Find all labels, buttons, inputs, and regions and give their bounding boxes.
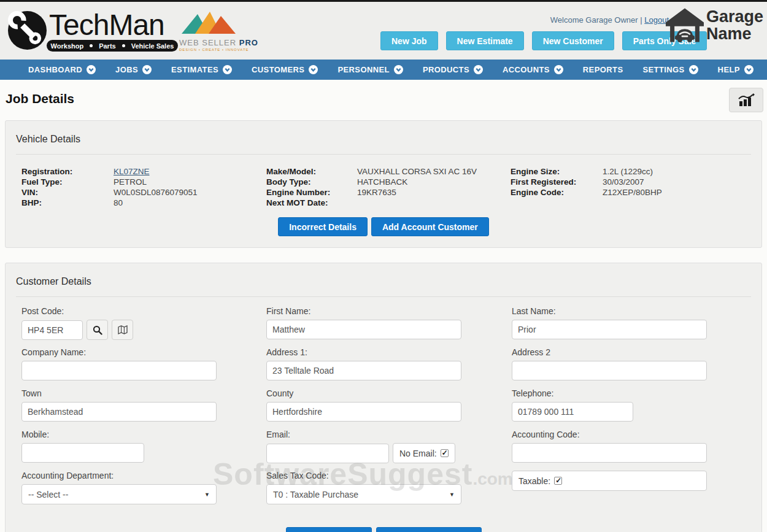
sales-tax-field-group: Sales Tax Code: T0 : Taxable Purchase ▼ (266, 471, 469, 512)
telephone-input[interactable] (512, 402, 633, 422)
search-icon (93, 325, 102, 335)
first-registered-label: First Registered: (511, 177, 603, 187)
customer-bottom-button-1[interactable] (286, 527, 372, 532)
accounting-department-select[interactable]: -- Select -- ▼ (21, 484, 217, 504)
app-window: TechMan Workshop Parts Vehicle Sales WEB… (0, 0, 767, 532)
app-logo-title[interactable]: TechMan (49, 8, 164, 42)
body-type-value: HATCHBACK (357, 177, 407, 187)
vin-value: W0L0SDL0876079051 (114, 188, 198, 197)
chevron-down-circle-icon (554, 65, 563, 74)
address1-input[interactable] (266, 361, 461, 380)
tagline-parts: Parts (99, 42, 116, 50)
registration-link[interactable]: KL07ZNE (114, 167, 150, 176)
town-field-group: Town (21, 388, 224, 430)
mobile-input[interactable] (21, 443, 144, 463)
taxable-field-group: Taxable: (512, 471, 714, 512)
email-label: Email: (266, 430, 469, 439)
vin-label: VIN: (21, 187, 114, 198)
bhp-value: 80 (114, 198, 123, 207)
select-arrow-icon: ▼ (449, 492, 455, 498)
divider (16, 296, 751, 297)
nav-customers[interactable]: CUSTOMERS (252, 65, 318, 74)
nav-jobs[interactable]: JOBS (115, 65, 152, 74)
new-estimate-button[interactable]: New Estimate (446, 31, 524, 50)
add-account-customer-button[interactable]: Add Account Customer (371, 217, 489, 236)
welcome-bar: Welcome Garage Owner | Logout (550, 15, 669, 25)
nav-products[interactable]: PRODUCTS (423, 65, 483, 74)
company-name-input[interactable] (21, 361, 217, 380)
garage-car-icon (666, 8, 704, 42)
separator: | (640, 15, 642, 25)
chevron-down-circle-icon (142, 65, 152, 74)
post-code-field-group: Post Code: (21, 306, 224, 347)
nav-reports[interactable]: REPORTS (583, 65, 623, 74)
nav-personnel[interactable]: PERSONNEL (337, 65, 403, 74)
company-name-label: Company Name: (21, 347, 224, 357)
incorrect-details-button[interactable]: Incorrect Details (278, 217, 368, 236)
no-email-label: No Email: (399, 449, 437, 458)
engine-size-label: Engine Size: (511, 166, 603, 177)
garage-brand[interactable]: Garage Name (666, 8, 763, 42)
nav-settings[interactable]: SETTINGS (642, 65, 698, 74)
vehicle-section-title: Vehicle Details (6, 121, 761, 145)
last-name-label: Last Name: (512, 306, 714, 316)
tagline-workshop: Workshop (51, 42, 84, 50)
telephone-label: Telephone: (512, 388, 714, 398)
accounting-code-input[interactable] (512, 443, 707, 463)
post-code-label: Post Code: (21, 306, 224, 316)
address2-label: Address 2 (512, 347, 714, 357)
taxable-box: Taxable: (512, 471, 707, 491)
no-email-checkbox[interactable] (441, 449, 449, 457)
next-mot-date-label: Next MOT Date: (266, 198, 357, 208)
first-name-input[interactable] (266, 320, 461, 339)
chevron-down-circle-icon (744, 65, 754, 74)
no-email-box: No Email: (393, 443, 455, 463)
nav-dashboard[interactable]: DASHBOARD (28, 65, 96, 74)
address2-field-group: Address 2 (512, 347, 714, 388)
customer-action-buttons (6, 527, 761, 532)
taxable-label: Taxable: (518, 476, 550, 486)
engine-code-label: Engine Code: (511, 187, 603, 198)
nav-help[interactable]: HELP (718, 65, 754, 74)
stats-chart-button[interactable] (729, 88, 763, 112)
bhp-label: BHP: (21, 198, 114, 208)
registration-label: Registration: (21, 166, 114, 177)
welcome-text: Welcome Garage Owner (550, 15, 638, 25)
address1-label: Address 1: (266, 347, 469, 357)
select-arrow-icon: ▼ (204, 492, 210, 498)
dot-separator (90, 44, 93, 47)
make-model-value: VAUXHALL CORSA SXI AC 16V (357, 167, 477, 176)
email-field-group: Email: No Email: (266, 430, 469, 471)
town-input[interactable] (21, 402, 217, 422)
first-name-field-group: First Name: (266, 306, 469, 347)
address1-field-group: Address 1: (266, 347, 469, 388)
tagline-vehicle-sales: Vehicle Sales (131, 42, 174, 50)
address2-input[interactable] (512, 361, 707, 380)
customer-bottom-button-2[interactable] (376, 527, 482, 532)
last-name-input[interactable] (512, 320, 707, 339)
techman-wrench-icon[interactable] (8, 11, 47, 50)
post-code-input[interactable] (21, 320, 83, 340)
last-name-field-group: Last Name: (512, 306, 714, 347)
sales-tax-select[interactable]: T0 : Taxable Purchase ▼ (266, 484, 461, 504)
email-input[interactable] (266, 444, 389, 463)
divider (16, 154, 751, 155)
engine-number-value: 19KR7635 (357, 188, 396, 197)
new-job-button[interactable]: New Job (380, 31, 438, 50)
county-label: County (266, 388, 469, 398)
sales-tax-label: Sales Tax Code: (266, 471, 469, 480)
new-customer-button[interactable]: New Customer (532, 31, 614, 50)
postcode-search-button[interactable] (87, 320, 108, 340)
mobile-field-group: Mobile: (21, 430, 224, 471)
nav-estimates[interactable]: ESTIMATES (171, 65, 232, 74)
accounting-code-label: Accounting Code: (512, 430, 714, 439)
county-input[interactable] (266, 402, 461, 422)
customer-section-title: Customer Details (6, 263, 761, 287)
nav-accounts[interactable]: ACCOUNTS (503, 65, 563, 74)
postcode-map-button[interactable] (112, 320, 133, 340)
engine-size-value: 1.2L (1229cc) (603, 167, 653, 176)
town-label: Town (21, 388, 224, 398)
taxable-checkbox[interactable] (554, 477, 562, 485)
chevron-down-circle-icon (87, 65, 96, 74)
web-seller-pro-text: WEB SELLER PRO (179, 38, 247, 47)
